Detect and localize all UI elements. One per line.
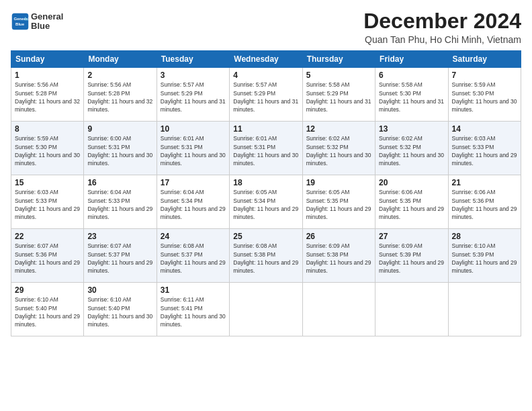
logo-text-blue: Blue (31, 21, 63, 31)
page-title: December 2024 (363, 9, 521, 33)
calendar-cell: 16Sunrise: 6:04 AMSunset: 5:33 PMDayligh… (84, 175, 157, 229)
day-info: Sunrise: 6:01 AMSunset: 5:31 PMDaylight:… (161, 135, 226, 167)
day-info: Sunrise: 5:59 AMSunset: 5:30 PMDaylight:… (452, 81, 517, 113)
day-number: 24 (161, 232, 226, 241)
page-subtitle: Quan Tan Phu, Ho Chi Minh, Vietnam (363, 34, 521, 45)
day-info: Sunrise: 6:06 AMSunset: 5:35 PMDaylight:… (379, 189, 444, 220)
page: General Blue General Blue December 2024 … (0, 0, 532, 411)
calendar-cell: 31Sunrise: 6:11 AMSunset: 5:41 PMDayligh… (157, 283, 229, 336)
day-number: 1 (15, 71, 80, 80)
day-info: Sunrise: 6:10 AMSunset: 5:39 PMDaylight:… (452, 242, 517, 274)
day-number: 10 (161, 124, 226, 134)
calendar-cell: 21Sunrise: 6:06 AMSunset: 5:36 PMDayligh… (448, 175, 521, 229)
calendar-cell: 18Sunrise: 6:05 AMSunset: 5:34 PMDayligh… (230, 175, 302, 229)
day-number: 22 (15, 232, 80, 241)
day-number: 11 (233, 124, 298, 134)
day-number: 2 (87, 71, 152, 80)
header-friday: Friday (375, 51, 448, 68)
day-number: 17 (161, 178, 226, 187)
day-number: 8 (15, 124, 80, 134)
header-sunday: Sunday (11, 51, 84, 68)
day-info: Sunrise: 6:02 AMSunset: 5:32 PMDaylight:… (379, 135, 444, 167)
day-info: Sunrise: 6:11 AMSunset: 5:41 PMDaylight:… (161, 296, 226, 328)
header-tuesday: Tuesday (157, 51, 229, 68)
header-wednesday: Wednesday (230, 51, 302, 68)
calendar-cell: 5Sunrise: 5:58 AMSunset: 5:29 PMDaylight… (302, 68, 375, 122)
day-info: Sunrise: 6:01 AMSunset: 5:31 PMDaylight:… (233, 135, 298, 167)
day-number: 21 (452, 178, 517, 187)
day-info: Sunrise: 6:10 AMSunset: 5:40 PMDaylight:… (15, 296, 80, 328)
header-saturday: Saturday (448, 51, 521, 68)
calendar-header-row: Sunday Monday Tuesday Wednesday Thursday… (11, 51, 521, 68)
day-number: 26 (306, 232, 371, 241)
calendar-cell: 13Sunrise: 6:02 AMSunset: 5:32 PMDayligh… (375, 122, 448, 175)
calendar-cell: 11Sunrise: 6:01 AMSunset: 5:31 PMDayligh… (230, 122, 302, 175)
calendar-cell: 14Sunrise: 6:03 AMSunset: 5:33 PMDayligh… (448, 122, 521, 175)
calendar-cell: 15Sunrise: 6:03 AMSunset: 5:33 PMDayligh… (11, 175, 84, 229)
day-number: 14 (452, 124, 517, 134)
svg-text:Blue: Blue (15, 21, 25, 26)
day-info: Sunrise: 6:06 AMSunset: 5:36 PMDaylight:… (452, 189, 517, 220)
calendar-cell: 4Sunrise: 5:57 AMSunset: 5:29 PMDaylight… (230, 68, 302, 122)
calendar-table: Sunday Monday Tuesday Wednesday Thursday… (11, 50, 521, 336)
day-info: Sunrise: 5:57 AMSunset: 5:29 PMDaylight:… (233, 81, 298, 113)
day-number: 9 (87, 124, 152, 134)
day-info: Sunrise: 5:58 AMSunset: 5:30 PMDaylight:… (379, 81, 444, 113)
day-number: 18 (233, 178, 298, 187)
day-number: 20 (379, 178, 444, 187)
calendar-cell: 22Sunrise: 6:07 AMSunset: 5:36 PMDayligh… (11, 229, 84, 283)
day-number: 7 (452, 71, 517, 80)
day-number: 28 (452, 232, 517, 241)
day-info: Sunrise: 6:00 AMSunset: 5:31 PMDaylight:… (87, 135, 152, 167)
day-info: Sunrise: 6:05 AMSunset: 5:34 PMDaylight:… (233, 189, 298, 220)
day-info: Sunrise: 5:58 AMSunset: 5:29 PMDaylight:… (306, 81, 371, 113)
title-area: December 2024 Quan Tan Phu, Ho Chi Minh,… (363, 9, 521, 45)
day-info: Sunrise: 6:04 AMSunset: 5:33 PMDaylight:… (87, 189, 152, 220)
logo-icon: General Blue (11, 12, 30, 31)
day-info: Sunrise: 6:07 AMSunset: 5:37 PMDaylight:… (87, 242, 152, 274)
calendar-cell: 7Sunrise: 5:59 AMSunset: 5:30 PMDaylight… (448, 68, 521, 122)
calendar-cell: 20Sunrise: 6:06 AMSunset: 5:35 PMDayligh… (375, 175, 448, 229)
calendar-cell: 26Sunrise: 6:09 AMSunset: 5:38 PMDayligh… (302, 229, 375, 283)
calendar-cell: 24Sunrise: 6:08 AMSunset: 5:37 PMDayligh… (157, 229, 229, 283)
day-info: Sunrise: 6:02 AMSunset: 5:32 PMDaylight:… (306, 135, 371, 167)
day-number: 6 (379, 71, 444, 80)
calendar-cell: 23Sunrise: 6:07 AMSunset: 5:37 PMDayligh… (84, 229, 157, 283)
day-number: 27 (379, 232, 444, 241)
day-number: 15 (15, 178, 80, 187)
calendar-cell: 8Sunrise: 5:59 AMSunset: 5:30 PMDaylight… (11, 122, 84, 175)
day-number: 30 (87, 285, 152, 295)
calendar-cell: 25Sunrise: 6:08 AMSunset: 5:38 PMDayligh… (230, 229, 302, 283)
day-number: 13 (379, 124, 444, 134)
calendar-cell: 28Sunrise: 6:10 AMSunset: 5:39 PMDayligh… (448, 229, 521, 283)
calendar-cell (230, 283, 302, 336)
calendar-cell: 19Sunrise: 6:05 AMSunset: 5:35 PMDayligh… (302, 175, 375, 229)
day-info: Sunrise: 6:05 AMSunset: 5:35 PMDaylight:… (306, 189, 371, 220)
day-info: Sunrise: 6:10 AMSunset: 5:40 PMDaylight:… (87, 296, 152, 328)
day-info: Sunrise: 6:04 AMSunset: 5:34 PMDaylight:… (161, 189, 226, 220)
day-number: 23 (87, 232, 152, 241)
day-number: 12 (306, 124, 371, 134)
header-monday: Monday (84, 51, 157, 68)
calendar-cell: 10Sunrise: 6:01 AMSunset: 5:31 PMDayligh… (157, 122, 229, 175)
logo-text-general: General (31, 12, 63, 21)
day-number: 29 (15, 285, 80, 295)
day-info: Sunrise: 5:56 AMSunset: 5:28 PMDaylight:… (15, 81, 80, 113)
day-number: 16 (87, 178, 152, 187)
day-info: Sunrise: 6:03 AMSunset: 5:33 PMDaylight:… (15, 189, 80, 220)
day-info: Sunrise: 6:03 AMSunset: 5:33 PMDaylight:… (452, 135, 517, 167)
calendar-cell: 6Sunrise: 5:58 AMSunset: 5:30 PMDaylight… (375, 68, 448, 122)
calendar-cell: 2Sunrise: 5:56 AMSunset: 5:28 PMDaylight… (84, 68, 157, 122)
calendar-cell (375, 283, 448, 336)
day-info: Sunrise: 5:57 AMSunset: 5:29 PMDaylight:… (161, 81, 226, 113)
day-number: 4 (233, 71, 298, 80)
calendar-cell (302, 283, 375, 336)
day-info: Sunrise: 5:59 AMSunset: 5:30 PMDaylight:… (15, 135, 80, 167)
day-number: 3 (161, 71, 226, 80)
header-thursday: Thursday (302, 51, 375, 68)
calendar-cell (448, 283, 521, 336)
calendar-cell: 3Sunrise: 5:57 AMSunset: 5:29 PMDaylight… (157, 68, 229, 122)
day-number: 31 (161, 285, 226, 295)
day-info: Sunrise: 6:07 AMSunset: 5:36 PMDaylight:… (15, 242, 80, 274)
day-number: 25 (233, 232, 298, 241)
